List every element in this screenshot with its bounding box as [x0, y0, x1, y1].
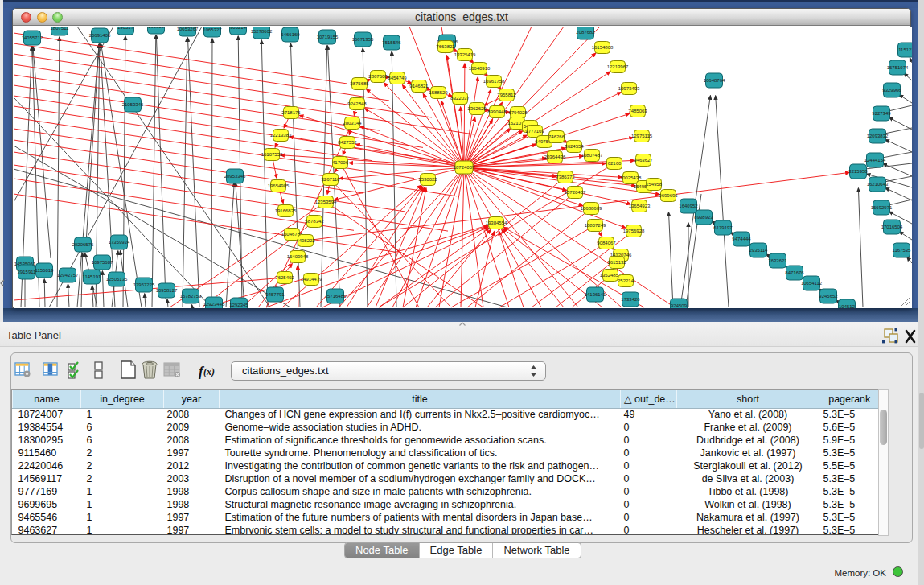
svg-text:13325419: 13325419 — [454, 52, 476, 57]
svg-text:2087682: 2087682 — [576, 30, 595, 35]
svg-text:8322037: 8322037 — [450, 96, 470, 101]
svg-text:(x): (x) — [203, 366, 215, 377]
svg-text:924509: 924509 — [671, 303, 688, 308]
svg-text:1292345: 1292345 — [229, 303, 248, 307]
svg-text:17957225: 17957225 — [133, 282, 155, 287]
svg-text:2803144: 2803144 — [343, 121, 362, 126]
svg-text:905214: 905214 — [230, 27, 247, 30]
svg-text:7386372: 7386372 — [556, 175, 575, 179]
svg-text:12353594: 12353594 — [315, 200, 337, 204]
svg-text:8454749: 8454749 — [388, 76, 407, 80]
svg-text:1065327: 1065327 — [203, 27, 222, 32]
svg-text:252214: 252214 — [618, 278, 634, 283]
svg-text:165312: 165312 — [148, 27, 165, 29]
svg-text:16782759: 16782759 — [180, 294, 202, 299]
svg-text:1362625: 1362625 — [467, 106, 487, 111]
svg-text:154958: 154958 — [646, 182, 663, 187]
svg-text:3215958: 3215958 — [848, 169, 868, 174]
svg-text:9474444: 9474444 — [732, 237, 751, 241]
svg-text:14136141: 14136141 — [585, 292, 606, 297]
svg-text:16961758: 16961758 — [483, 79, 505, 84]
svg-text:1167535: 1167535 — [893, 248, 912, 253]
svg-text:12213967: 12213967 — [607, 64, 629, 69]
svg-text:1145191: 1145191 — [83, 274, 102, 279]
svg-text:190517: 190517 — [117, 27, 134, 30]
svg-text:3624554: 3624554 — [565, 144, 584, 149]
svg-text:9245652: 9245652 — [819, 294, 838, 299]
svg-text:20691406: 20691406 — [89, 33, 111, 38]
svg-text:10975687: 10975687 — [92, 260, 113, 265]
svg-text:10653267: 10653267 — [177, 27, 199, 31]
svg-text:7485063: 7485063 — [628, 109, 647, 113]
svg-text:7663822: 7663822 — [436, 44, 455, 49]
svg-text:9227349: 9227349 — [872, 111, 891, 116]
svg-text:18807249: 18807249 — [585, 223, 606, 228]
svg-text:1733426: 1733426 — [621, 297, 640, 302]
svg-text:104512: 104512 — [839, 304, 856, 308]
svg-text:6179197: 6179197 — [713, 225, 733, 230]
svg-text:8990448: 8990448 — [487, 109, 507, 114]
svg-text:1530022: 1530022 — [418, 177, 437, 182]
svg-text:16640910: 16640910 — [469, 66, 491, 71]
svg-text:15692971: 15692971 — [871, 205, 893, 210]
svg-text:19654985: 19654985 — [268, 183, 290, 188]
svg-text:15278602: 15278602 — [251, 29, 273, 34]
svg-text:15720407: 15720407 — [565, 190, 586, 195]
svg-text:9242848: 9242848 — [347, 101, 367, 106]
svg-text:21053346: 21053346 — [122, 102, 144, 107]
svg-text:417006: 417006 — [332, 160, 349, 165]
svg-text:7625402: 7625402 — [275, 275, 294, 280]
svg-text:746266: 746266 — [548, 134, 565, 139]
svg-text:1807511: 1807511 — [51, 27, 70, 31]
svg-text:3267110: 3267110 — [322, 177, 341, 182]
svg-text:9084067: 9084067 — [597, 241, 616, 245]
svg-text:62160: 62160 — [608, 161, 622, 166]
svg-text:9777169: 9777169 — [525, 129, 544, 134]
svg-text:19756928: 19756928 — [623, 229, 645, 233]
svg-text:13654923: 13654923 — [629, 204, 651, 208]
svg-text:3915911: 3915911 — [18, 270, 37, 274]
svg-text:16671355: 16671355 — [352, 37, 374, 42]
svg-text:8471676: 8471676 — [785, 270, 804, 275]
svg-text:8938923: 8938923 — [694, 215, 713, 220]
svg-text:9699695: 9699695 — [659, 193, 678, 198]
svg-text:17016504: 17016504 — [881, 225, 903, 229]
svg-text:18724007: 18724007 — [454, 165, 475, 170]
svg-text:10688609: 10688609 — [581, 206, 602, 211]
svg-text:2718176: 2718176 — [281, 110, 301, 115]
svg-text:2935114: 2935114 — [749, 248, 769, 253]
svg-text:16154808: 16154808 — [592, 45, 614, 50]
svg-text:10654112: 10654112 — [801, 281, 823, 286]
svg-text:15716485: 15716485 — [325, 294, 347, 299]
svg-text:10807487: 10807487 — [581, 153, 603, 158]
svg-text:6794028: 6794028 — [508, 110, 528, 115]
svg-text:14055712: 14055712 — [22, 35, 43, 40]
svg-text:16648764: 16648764 — [704, 78, 725, 83]
svg-text:4498222: 4498222 — [296, 238, 315, 243]
svg-text:9457791: 9457791 — [265, 292, 285, 297]
svg-text:7955812: 7955812 — [497, 93, 516, 97]
svg-text:15409948: 15409948 — [287, 254, 309, 259]
svg-text:15751074: 15751074 — [887, 65, 909, 70]
svg-text:16107552: 16107552 — [261, 152, 283, 157]
svg-text:17359924: 17359924 — [109, 240, 130, 245]
svg-text:20953346: 20953346 — [224, 174, 246, 179]
svg-text:1588520: 1588520 — [429, 90, 448, 95]
svg-text:9329966: 9329966 — [882, 88, 901, 93]
svg-text:7515546: 7515546 — [382, 40, 401, 45]
svg-text:5878342: 5878342 — [305, 219, 324, 224]
svg-text:19166825: 19166825 — [275, 208, 297, 213]
svg-text:9463627: 9463627 — [634, 158, 653, 163]
svg-text:12923448: 12923448 — [203, 302, 225, 307]
svg-text:12444154: 12444154 — [864, 158, 886, 163]
svg-text:9146821: 9146821 — [409, 84, 429, 89]
svg-text:7632621: 7632621 — [768, 258, 787, 263]
svg-text:10973493: 10973493 — [618, 86, 640, 91]
svg-text:1156819: 1156819 — [35, 268, 55, 273]
svg-text:12942757: 12942757 — [57, 273, 79, 278]
svg-text:6466160: 6466160 — [281, 32, 300, 37]
svg-text:20206576: 20206576 — [72, 242, 94, 247]
svg-text:10958127: 10958127 — [156, 288, 178, 293]
svg-text:8427552: 8427552 — [338, 140, 357, 145]
svg-text:115123: 115123 — [898, 47, 912, 52]
